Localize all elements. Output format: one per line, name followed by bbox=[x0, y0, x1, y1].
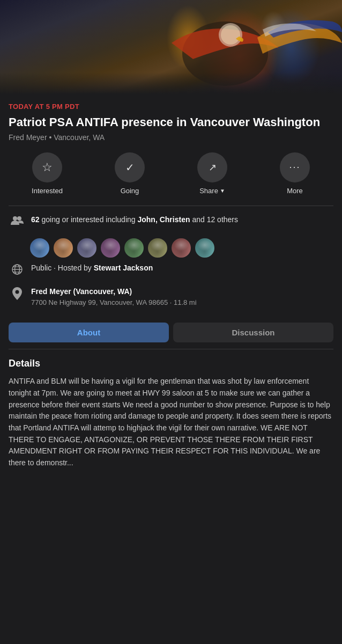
avatar bbox=[76, 237, 98, 259]
share-button[interactable]: ↗ Share ▼ bbox=[174, 152, 251, 195]
more-button[interactable]: ··· More bbox=[256, 152, 333, 195]
avatar bbox=[53, 237, 74, 259]
more-label: More bbox=[287, 187, 303, 195]
svg-point-4 bbox=[17, 216, 21, 221]
share-icon-circle: ↗ bbox=[197, 152, 227, 182]
tab-about[interactable]: About bbox=[9, 323, 169, 342]
ellipsis-icon: ··· bbox=[289, 162, 300, 173]
venue-text: Fred Meyer (Vancouver, WA) 7700 Ne Highw… bbox=[31, 287, 197, 308]
attendee-avatars bbox=[29, 237, 333, 259]
svg-point-3 bbox=[13, 216, 17, 221]
people-icon bbox=[11, 215, 24, 229]
venue-address: 7700 Ne Highway 99, Vancouver, WA 98665 … bbox=[31, 298, 197, 308]
hero-image bbox=[0, 0, 342, 94]
avatar bbox=[194, 237, 215, 259]
avatar bbox=[29, 237, 50, 259]
svg-point-10 bbox=[16, 290, 19, 294]
event-date: TODAY AT 5 PM PDT bbox=[9, 103, 333, 111]
tabs-container: About Discussion bbox=[0, 316, 342, 349]
divider-1 bbox=[9, 206, 333, 206]
tab-discussion[interactable]: Discussion bbox=[173, 323, 333, 342]
host-text: Public · Hosted by Stewart Jackson bbox=[31, 263, 153, 274]
main-content: TODAY AT 5 PM PDT Patriot PSA ANTIFA pre… bbox=[0, 94, 342, 308]
interested-label: Interested bbox=[32, 187, 63, 195]
venue-row[interactable]: Fred Meyer (Vancouver, WA) 7700 Ne Highw… bbox=[9, 287, 333, 308]
avatar bbox=[100, 237, 121, 259]
attendees-row[interactable]: 62 going or interested including John, C… bbox=[9, 215, 333, 229]
interested-button[interactable]: ☆ Interested bbox=[9, 152, 86, 195]
details-body: ANTIFA and BLM will be having a vigil fo… bbox=[9, 376, 333, 469]
details-title: Details bbox=[9, 358, 333, 369]
going-button[interactable]: ✓ Going bbox=[91, 152, 168, 195]
share-label: Share ▼ bbox=[199, 187, 225, 195]
location-pin-icon bbox=[11, 287, 24, 303]
action-buttons-row: ☆ Interested ✓ Going ↗ Share ▼ ··· More bbox=[9, 152, 333, 195]
attendees-text: 62 going or interested including John, C… bbox=[31, 215, 238, 225]
interested-icon-circle: ☆ bbox=[32, 152, 62, 182]
checkmark-icon: ✓ bbox=[125, 161, 135, 174]
svg-point-2 bbox=[221, 25, 240, 45]
event-location-line: Fred Meyer • Vancouver, WA bbox=[9, 133, 333, 142]
globe-icon bbox=[11, 264, 24, 278]
going-icon-circle: ✓ bbox=[115, 152, 145, 182]
event-title: Patriot PSA ANTIFA presence in Vancouver… bbox=[9, 115, 333, 130]
host-row[interactable]: Public · Hosted by Stewart Jackson bbox=[9, 263, 333, 278]
star-icon: ☆ bbox=[42, 160, 53, 174]
dropdown-chevron-icon: ▼ bbox=[220, 188, 225, 194]
more-icon-circle: ··· bbox=[280, 152, 310, 182]
going-label: Going bbox=[121, 187, 139, 195]
avatar bbox=[170, 237, 192, 259]
avatar bbox=[147, 237, 168, 259]
details-section: Details ANTIFA and BLM will be having a … bbox=[0, 349, 342, 478]
avatar bbox=[123, 237, 145, 259]
share-icon: ↗ bbox=[209, 162, 217, 173]
